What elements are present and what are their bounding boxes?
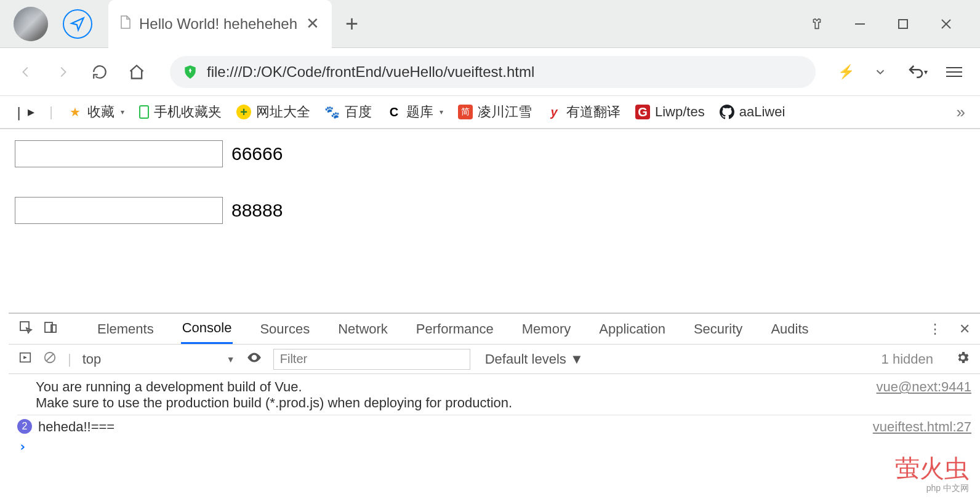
svg-rect-6 bbox=[20, 322, 29, 330]
value-1: 66666 bbox=[231, 143, 283, 164]
menu-button[interactable] bbox=[943, 61, 965, 83]
bookmark-ling[interactable]: 简凌川江雪 bbox=[458, 103, 532, 121]
clear-console-icon[interactable] bbox=[43, 351, 57, 368]
console-line: 2 heheda!!=== vueiftest.html:27 bbox=[17, 415, 971, 436]
console-toolbar: | top▼ Default levels ▼ 1 hidden bbox=[9, 345, 980, 374]
profile-avatar[interactable] bbox=[14, 7, 48, 41]
tab-console[interactable]: Console bbox=[181, 314, 233, 344]
tab-memory[interactable]: Memory bbox=[521, 315, 572, 343]
close-window-button[interactable] bbox=[939, 17, 953, 31]
gear-icon[interactable] bbox=[955, 350, 970, 369]
bookmarks-bar: |▸ | ★收藏▾ 手机收藏夹 +网址大全 🐾百度 C题库▾ 简凌川江雪 y有道… bbox=[0, 96, 980, 129]
close-tab-icon[interactable]: ✕ bbox=[306, 14, 319, 33]
tab-title: Hello World! heheheheh bbox=[139, 15, 297, 33]
flash-icon[interactable]: ⚡ bbox=[838, 64, 854, 80]
kebab-menu-icon[interactable]: ⋮ bbox=[928, 321, 942, 337]
device-toggle-icon[interactable] bbox=[43, 320, 58, 338]
devtools-tabs: Elements Console Sources Network Perform… bbox=[9, 314, 980, 345]
youdao-icon: y bbox=[547, 105, 561, 119]
home-button[interactable] bbox=[126, 61, 148, 83]
back-button[interactable] bbox=[15, 61, 37, 83]
bookmark-siteall[interactable]: +网址大全 bbox=[236, 103, 310, 121]
tab-elements[interactable]: Elements bbox=[96, 315, 155, 343]
value-2: 88888 bbox=[231, 200, 283, 221]
console-output: You are running a development build of V… bbox=[9, 374, 980, 499]
svg-point-12 bbox=[253, 356, 255, 358]
minimize-button[interactable] bbox=[853, 17, 867, 31]
bookmark-youdao[interactable]: y有道翻译 bbox=[547, 103, 621, 121]
bookmarks-toggle[interactable]: |▸ bbox=[15, 104, 34, 120]
hidden-count: 1 hidden bbox=[882, 351, 933, 367]
tab-performance[interactable]: Performance bbox=[415, 315, 495, 343]
devtools-close-icon[interactable]: ✕ bbox=[959, 321, 970, 337]
navigate-icon[interactable] bbox=[63, 9, 92, 39]
svg-rect-5 bbox=[190, 68, 191, 73]
url-text: file:///D:/OK/Code/frontEnd/vueHello/vue… bbox=[207, 63, 534, 81]
repeat-count-badge: 2 bbox=[17, 419, 32, 434]
source-link[interactable]: vueiftest.html:27 bbox=[873, 419, 971, 435]
github-icon bbox=[720, 105, 734, 119]
tab-network[interactable]: Network bbox=[337, 315, 389, 343]
bookmark-favorites[interactable]: ★收藏▾ bbox=[68, 103, 124, 121]
tab-security[interactable]: Security bbox=[693, 315, 744, 343]
window-titlebar: Hello World! heheheheh ✕ + bbox=[0, 0, 980, 48]
tab-audits[interactable]: Audits bbox=[769, 315, 809, 343]
bookmark-liwp[interactable]: GLiwp/tes bbox=[635, 104, 705, 120]
chevron-down-icon[interactable] bbox=[869, 61, 891, 83]
phone-icon bbox=[139, 105, 149, 119]
address-bar[interactable]: file:///D:/OK/Code/frontEnd/vueHello/vue… bbox=[170, 56, 816, 88]
input-1[interactable] bbox=[15, 140, 223, 167]
new-tab-button[interactable]: + bbox=[345, 11, 358, 37]
console-line: You are running a development build of V… bbox=[17, 378, 971, 412]
source-link[interactable]: vue@next:9441 bbox=[877, 379, 971, 395]
gitee-icon: G bbox=[635, 105, 650, 119]
jian-icon: 简 bbox=[458, 105, 473, 119]
wardrobe-icon[interactable] bbox=[810, 17, 824, 31]
undo-icon[interactable]: ▾ bbox=[906, 61, 928, 83]
svg-line-11 bbox=[47, 354, 54, 361]
svg-rect-1 bbox=[899, 20, 907, 28]
console-sidebar-toggle-icon[interactable] bbox=[18, 351, 32, 368]
bookmark-mobile[interactable]: 手机收藏夹 bbox=[139, 103, 222, 121]
shield-icon bbox=[182, 64, 198, 80]
content-row-2: 88888 bbox=[15, 197, 965, 224]
file-icon bbox=[119, 15, 132, 33]
forward-button[interactable] bbox=[52, 61, 74, 83]
input-2[interactable] bbox=[15, 197, 223, 224]
window-controls bbox=[810, 17, 980, 31]
bookmark-tiku[interactable]: C题库▾ bbox=[387, 103, 443, 121]
page-content: 66666 88888 bbox=[0, 129, 980, 265]
devtools-panel: Elements Console Sources Network Perform… bbox=[9, 313, 980, 499]
more-bookmarks-icon[interactable]: » bbox=[957, 103, 965, 122]
baidu-icon: 🐾 bbox=[325, 105, 340, 119]
tab-application[interactable]: Application bbox=[598, 315, 667, 343]
star-icon: ★ bbox=[68, 105, 82, 119]
log-levels-selector[interactable]: Default levels ▼ bbox=[485, 351, 584, 367]
console-prompt[interactable]: › bbox=[17, 436, 971, 457]
maximize-button[interactable] bbox=[896, 17, 910, 31]
element-picker-icon[interactable] bbox=[18, 320, 33, 338]
devtools-picker bbox=[18, 320, 58, 338]
reload-button[interactable] bbox=[89, 61, 111, 83]
console-filter-input[interactable] bbox=[273, 349, 470, 370]
tab-sources[interactable]: Sources bbox=[259, 315, 311, 343]
book-icon: C bbox=[387, 105, 401, 119]
browser-tab[interactable]: Hello World! heheheheh ✕ bbox=[108, 0, 332, 48]
plus-circle-icon: + bbox=[236, 105, 251, 119]
context-selector[interactable]: top▼ bbox=[82, 351, 235, 367]
live-expression-icon[interactable] bbox=[246, 349, 262, 369]
content-row-1: 66666 bbox=[15, 140, 965, 167]
navigation-bar: file:///D:/OK/Code/frontEnd/vueHello/vue… bbox=[0, 48, 980, 96]
bookmark-baidu[interactable]: 🐾百度 bbox=[325, 103, 372, 121]
bookmark-aaliwei[interactable]: aaLiwei bbox=[720, 104, 785, 120]
